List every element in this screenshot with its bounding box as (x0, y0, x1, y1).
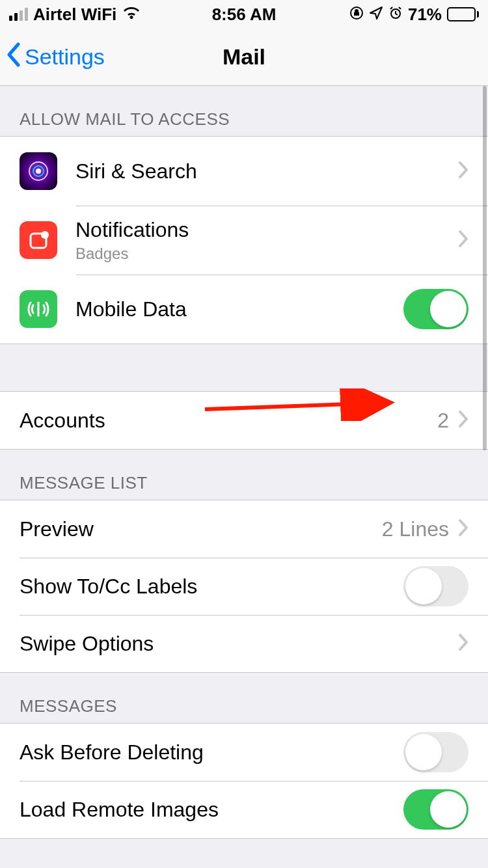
row-load-remote-images: Load Remote Images (0, 781, 488, 838)
show-tocc-label: Show To/Cc Labels (20, 575, 403, 599)
mobile-data-label: Mobile Data (75, 297, 403, 321)
scrollbar[interactable] (483, 86, 487, 450)
back-label: Settings (25, 44, 105, 70)
row-preview[interactable]: Preview 2 Lines (0, 500, 488, 558)
battery-icon (447, 7, 479, 21)
battery-pct-label: 71% (408, 5, 442, 25)
group-messages: Ask Before Deleting Load Remote Images (0, 723, 488, 839)
row-mobile-data: Mobile Data (0, 275, 488, 344)
siri-label: Siri & Search (75, 159, 458, 183)
row-swipe-options[interactable]: Swipe Options (0, 615, 488, 672)
back-button[interactable]: Settings (5, 42, 105, 73)
row-notifications[interactable]: Notifications Badges (0, 206, 488, 275)
ask-before-deleting-toggle[interactable] (403, 732, 468, 772)
orientation-lock-icon (349, 5, 364, 25)
group-access: Siri & Search Notifications Badges Mobil… (0, 136, 488, 344)
location-icon (369, 5, 383, 25)
row-show-tocc: Show To/Cc Labels (0, 558, 488, 615)
chevron-right-icon (458, 230, 468, 251)
clock-label: 8:56 AM (212, 5, 277, 25)
notifications-icon (20, 221, 57, 259)
show-tocc-toggle[interactable] (403, 566, 468, 606)
chevron-right-icon (458, 633, 468, 654)
row-accounts[interactable]: Accounts 2 (0, 392, 488, 449)
load-remote-images-label: Load Remote Images (20, 798, 403, 822)
status-bar: Airtel WiFi 8:56 AM 71% (0, 0, 488, 29)
ask-before-deleting-label: Ask Before Deleting (20, 740, 403, 765)
mail-settings-screen: Airtel WiFi 8:56 AM 71% (0, 0, 488, 868)
section-header-messages: Messages (0, 673, 488, 723)
carrier-label: Airtel WiFi (33, 5, 116, 25)
group-accounts: Accounts 2 (0, 391, 488, 450)
swipe-options-label: Swipe Options (20, 632, 458, 656)
accounts-count: 2 (437, 409, 449, 433)
nav-bar: Settings Mail (0, 29, 488, 86)
chevron-left-icon (5, 42, 21, 73)
preview-value: 2 Lines (382, 517, 449, 541)
mobile-data-icon (20, 290, 57, 328)
svg-point-6 (41, 231, 49, 239)
section-header-access: Allow Mail to Access (0, 86, 488, 136)
notifications-label: Notifications (75, 218, 458, 242)
accounts-label: Accounts (20, 409, 437, 433)
row-ask-before-deleting: Ask Before Deleting (0, 724, 488, 781)
mobile-data-toggle[interactable] (403, 289, 468, 329)
page-title: Mail (223, 44, 265, 70)
svg-point-4 (36, 169, 41, 174)
chevron-right-icon (458, 161, 468, 182)
chevron-right-icon (458, 519, 468, 539)
section-header-message-list: Message List (0, 450, 488, 500)
wifi-icon (122, 5, 141, 25)
chevron-right-icon (458, 410, 468, 431)
row-siri-search[interactable]: Siri & Search (0, 137, 488, 206)
load-remote-images-toggle[interactable] (403, 789, 468, 830)
preview-label: Preview (20, 517, 382, 541)
alarm-icon (388, 5, 403, 25)
cellular-signal-icon (9, 8, 28, 21)
group-message-list: Preview 2 Lines Show To/Cc Labels Swipe … (0, 500, 488, 673)
notifications-sublabel: Badges (75, 245, 458, 263)
siri-icon (20, 152, 57, 190)
